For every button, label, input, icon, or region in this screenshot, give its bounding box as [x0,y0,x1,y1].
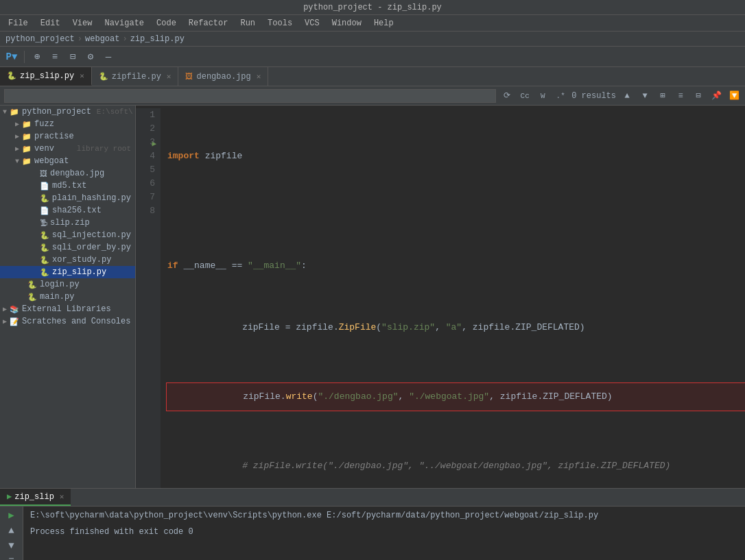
search-input[interactable] [4,89,496,103]
menu-tools[interactable]: Tools [262,17,298,29]
sidebar-item-venv[interactable]: ▶ 📁 venv library root [0,143,135,155]
menu-navigate[interactable]: Navigate [99,17,150,29]
breadcrumb-sep2: › [122,34,127,44]
search-context-btn[interactable]: ⊞ [656,89,670,103]
search-opt1-btn[interactable]: ≡ [674,89,687,103]
menu-window[interactable]: Window [327,17,367,29]
breadcrumb-folder[interactable]: webgoat [85,34,119,44]
search-results: 0 results [571,91,616,101]
scratches-label: Scratches and Consoles [22,317,131,326]
run-tab-close[interactable]: ✕ [60,492,64,501]
venv-chevron: ▶ [15,145,19,153]
menu-edit[interactable]: Edit [35,17,66,29]
external-libs-label: External Libraries [22,304,131,314]
menu-refactor[interactable]: Refactor [183,17,234,29]
dot4: . [537,390,543,404]
run-play-btn[interactable]: ▶ [4,509,19,521]
tab-dengbao-close[interactable]: ✕ [257,72,261,81]
search-regex-btn[interactable]: .* [554,89,567,103]
code-content[interactable]: 1 2 3 ▶ 4 5 6 7 8 import zipfile [136,106,745,488]
tab-zipfile-close[interactable]: ✕ [167,72,172,81]
search-pin-btn[interactable]: 📌 [709,89,723,103]
line-num-8: 8 [136,204,155,218]
toolbar-minimize-btn[interactable]: — [101,49,116,64]
paren4: ) [607,390,613,404]
menu-vcs[interactable]: VCS [299,17,325,29]
run-tab-zip-slip[interactable]: ▶ zip_slip ✕ [0,489,71,506]
search-down-btn[interactable]: ▼ [638,89,652,103]
eq-op: == [232,259,243,273]
comma4: , [489,390,495,404]
fuzz-chevron: ▶ [15,120,19,128]
code-line-2 [167,204,745,218]
kw-import: import [167,149,200,163]
project-chevron: ▼ [3,108,7,116]
project-icon-btn[interactable]: P▼ [4,49,19,64]
toolbar-add-btn[interactable]: ⊕ [29,49,45,64]
sidebar: ▼ 📁 python_project E:\soft\ ▶ 📁 fuzz ▶ 📁… [0,106,136,488]
title-bar: python_project - zip_slip.py [0,0,745,15]
tab-zip-slip-close[interactable]: ✕ [80,71,84,80]
search-w-btn[interactable]: W [536,89,549,103]
breadcrumb: python_project › webgoat › zip_slip.py [0,32,745,47]
sidebar-item-plain-hashing[interactable]: 🐍 plain_hashing.py [0,192,135,204]
run-up-btn[interactable]: ▲ [4,525,19,536]
fuzz-folder-icon: 📁 [22,120,32,129]
sidebar-item-sqli-order-by[interactable]: 🐍 sqli_order_by.py [0,241,135,254]
menu-run[interactable]: Run [235,17,261,29]
sidebar-item-main-py[interactable]: 🐍 main.py [0,291,135,303]
tab-dengbao[interactable]: 🖼 dengbao.jpg ✕ [178,67,268,86]
sidebar-item-slip-zip[interactable]: 🗜 slip.zip [0,217,135,229]
run-tab-bar: ▶ zip_slip ✕ [0,489,745,507]
menu-help[interactable]: Help [368,17,399,29]
sidebar-item-python-project[interactable]: ▼ 📁 python_project E:\soft\ [0,106,135,118]
run-options-btn[interactable]: ≡ [4,555,19,560]
toolbar-settings-btn[interactable]: ⚙ [83,49,98,64]
code-lines[interactable]: import zipfile if __name__ == "__main__"… [161,108,745,488]
main-area: ▼ 📁 python_project E:\soft\ ▶ 📁 fuzz ▶ 📁… [0,106,745,488]
title-text: python_project - zip_slip.py [303,3,442,12]
tab-zipfile-label: zipfile.py [112,72,161,82]
line-num-7: 7 [136,191,155,204]
tab-zipfile[interactable]: 🐍 zipfile.py ✕ [92,67,179,86]
menu-code[interactable]: Code [151,17,182,29]
run-down-btn[interactable]: ▼ [4,540,19,551]
breadcrumb-project[interactable]: python_project [5,34,75,44]
breadcrumb-file[interactable]: zip_slip.py [130,34,185,44]
str-webgoat-jpg: "./webgoat.jpg" [409,390,489,404]
webgoat-label: webgoat [34,156,131,166]
search-up-btn[interactable]: ▲ [620,89,634,103]
sqli-order-by-label: sqli_order_by.py [52,243,131,252]
sidebar-item-dengbao-jpg[interactable]: 🖼 dengbao.jpg [0,167,135,180]
sidebar-item-zip-slip-py[interactable]: 🐍 zip_slip.py [0,266,135,278]
search-prev-btn[interactable]: ⟳ [500,89,514,103]
sidebar-item-scratches[interactable]: ▶ 📝 Scratches and Consoles [0,315,135,328]
toolbar: P▼ ⊕ ≡ ⊟ ⚙ — [0,47,745,67]
search-cc-btn[interactable]: Cc [518,89,532,103]
sql-injection-label: sql_injection.py [52,230,131,240]
sidebar-item-sha256-txt[interactable]: 📄 sha256.txt [0,204,135,217]
sha256-file-label: sha256.txt [52,206,131,215]
sidebar-item-webgoat[interactable]: ▼ 📁 webgoat [0,155,135,167]
search-opt2-btn[interactable]: ⊟ [691,89,705,103]
sidebar-item-xor-study[interactable]: 🐍 xor_study.py [0,254,135,266]
line-num-5: 5 [136,163,155,177]
sidebar-item-sql-injection[interactable]: 🐍 sql_injection.py [0,229,135,241]
run-sidebar: ▶ ▲ ▼ ≡ [0,507,23,560]
menu-view[interactable]: View [67,17,98,29]
sidebar-item-practise[interactable]: ▶ 📁 practise [0,130,135,143]
toolbar-collapse-btn[interactable]: ⊟ [65,49,80,64]
sidebar-item-login-py[interactable]: 🐍 login.py [0,278,135,291]
venv-label: venv [34,144,71,154]
search-filter-btn[interactable]: 🔽 [727,89,741,103]
comma3: , [399,390,404,404]
sidebar-item-external-libs[interactable]: ▶ 📚 External Libraries [0,303,135,315]
menu-file[interactable]: File [3,17,34,29]
code-line-5: zipFile.write("./dengbao.jpg", "./webgoa… [166,382,745,411]
toolbar-list-btn[interactable]: ≡ [47,49,62,64]
sidebar-item-md5-txt[interactable]: 📄 md5.txt [0,180,135,192]
sidebar-item-fuzz[interactable]: ▶ 📁 fuzz [0,118,135,130]
tab-zip-slip[interactable]: 🐍 zip_slip.py ✕ [0,67,92,86]
comma2: , [462,321,467,334]
slip-zip-label: slip.zip [50,218,131,228]
